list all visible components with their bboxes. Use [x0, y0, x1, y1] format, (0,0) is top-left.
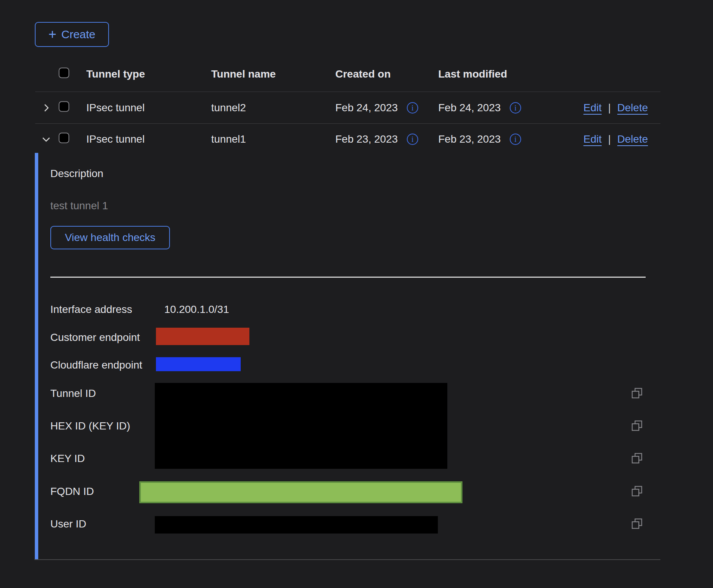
- customer-endpoint-label: Customer endpoint: [50, 331, 140, 344]
- last-modified-cell: Feb 24, 2023: [438, 102, 501, 114]
- interface-address-value: 10.200.1.0/31: [164, 303, 229, 316]
- user-id-label: User ID: [50, 518, 86, 530]
- row-checkbox[interactable]: [59, 101, 69, 112]
- select-all-checkbox[interactable]: [59, 68, 69, 78]
- action-separator: |: [608, 102, 611, 114]
- tunnel-name-cell: tunnel1: [211, 133, 246, 145]
- description-label: Description: [50, 168, 103, 180]
- hex-id-label: HEX ID (KEY ID): [50, 420, 130, 432]
- edit-link[interactable]: Edit: [584, 133, 602, 145]
- copy-icon[interactable]: [631, 387, 643, 399]
- plus-icon: +: [48, 28, 56, 41]
- column-header-tunnel-name: Tunnel name: [211, 68, 276, 80]
- info-icon[interactable]: i: [407, 134, 418, 145]
- table-row: IPsec tunnel tunnel1 Feb 23, 2023 i Feb …: [35, 124, 660, 155]
- description-value: test tunnel 1: [50, 200, 108, 212]
- created-on-cell: Feb 23, 2023: [335, 133, 398, 145]
- key-id-label: KEY ID: [50, 453, 85, 465]
- interface-address-label: Interface address: [50, 303, 132, 316]
- view-health-checks-button[interactable]: View health checks: [50, 226, 170, 249]
- column-header-last-modified: Last modified: [438, 68, 507, 80]
- create-button-label: Create: [61, 28, 95, 41]
- row-checkbox[interactable]: [59, 133, 69, 143]
- copy-icon[interactable]: [631, 518, 643, 529]
- customer-endpoint-value-redacted: [156, 328, 249, 345]
- column-header-created-on: Created on: [335, 68, 391, 80]
- column-header-tunnel-type: Tunnel type: [86, 68, 145, 80]
- info-icon[interactable]: i: [510, 134, 521, 145]
- copy-icon[interactable]: [631, 485, 643, 497]
- delete-link[interactable]: Delete: [617, 102, 648, 114]
- info-icon[interactable]: i: [407, 102, 418, 114]
- expand-chevron-right-icon[interactable]: [40, 101, 53, 114]
- created-on-cell: Feb 24, 2023: [335, 102, 398, 114]
- copy-icon[interactable]: [631, 420, 643, 431]
- tunnel-type-cell: IPsec tunnel: [86, 133, 145, 145]
- tunnel-id-label: Tunnel ID: [50, 387, 96, 400]
- section-divider: [50, 277, 646, 278]
- table-bottom-divider: [34, 559, 660, 560]
- tunnel-id-hex-key-values-redacted: [155, 383, 447, 469]
- info-icon[interactable]: i: [510, 102, 521, 114]
- table-header-row: Tunnel type Tunnel name Created on Last …: [35, 57, 660, 92]
- fqdn-id-value-redacted: [139, 481, 462, 503]
- collapse-chevron-down-icon[interactable]: [40, 133, 53, 146]
- expanded-row-accent-bar: [35, 153, 38, 560]
- create-button[interactable]: + Create: [35, 22, 109, 47]
- copy-icon[interactable]: [631, 453, 643, 464]
- last-modified-cell: Feb 23, 2023: [438, 133, 501, 145]
- fqdn-id-label: FQDN ID: [50, 485, 94, 498]
- tunnels-table: Tunnel type Tunnel name Created on Last …: [35, 57, 660, 155]
- tunnel-name-cell: tunnel2: [211, 102, 246, 114]
- action-separator: |: [608, 133, 611, 145]
- cloudflare-endpoint-label: Cloudflare endpoint: [50, 359, 142, 371]
- table-row: IPsec tunnel tunnel2 Feb 24, 2023 i Feb …: [35, 92, 660, 124]
- tunnel-type-cell: IPsec tunnel: [86, 102, 145, 114]
- edit-link[interactable]: Edit: [584, 102, 602, 114]
- delete-link[interactable]: Delete: [617, 133, 648, 145]
- user-id-value-redacted: [155, 516, 438, 534]
- cloudflare-endpoint-value-redacted: [156, 357, 241, 371]
